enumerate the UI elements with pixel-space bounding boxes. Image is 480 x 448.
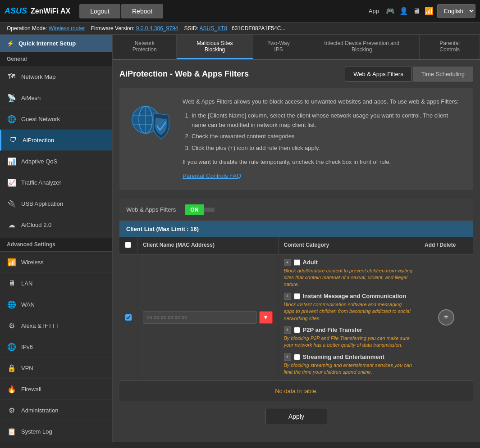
gamepad-icon[interactable]: 🎮 (386, 7, 395, 15)
th-content: Content Category (279, 237, 420, 254)
network-map-label: Network Map (21, 73, 56, 80)
header: ASUS ZenWiFi AX Logout Reboot App 🎮 👤 🖥 … (0, 0, 480, 23)
content-area: Network Protection Malicious Sites Block… (113, 35, 480, 442)
row-checkbox-cell (119, 254, 137, 380)
firmware-value[interactable]: 9.0.0.4.386_9794 (136, 25, 178, 32)
toggle-switch[interactable]: ON (185, 204, 215, 215)
tab-parental-controls[interactable]: Parental Controls (420, 35, 480, 59)
client-mac-input[interactable] (143, 311, 257, 324)
row-add-cell: + (419, 254, 473, 380)
sidebar-item-lan[interactable]: 🖥 LAN (0, 273, 112, 294)
toggle-on[interactable]: ON (185, 204, 204, 215)
page-title: AiProtection - Web & Apps Filters (119, 69, 249, 79)
toggle-off[interactable] (204, 208, 215, 212)
logo-product: ZenWiFi AX (31, 7, 70, 15)
tab-two-way-ips[interactable]: Two-Way IPS (253, 35, 304, 59)
row-checkbox[interactable] (125, 314, 132, 321)
im-checkbox[interactable] (294, 293, 300, 299)
apply-button[interactable]: Apply (265, 408, 327, 425)
sidebar-item-guest-network[interactable]: 🌐 Guest Network (0, 109, 112, 130)
select-all-checkbox[interactable] (125, 242, 131, 248)
operation-mode-value[interactable]: Wireless router (49, 25, 85, 32)
firmware-label: Firmware Version: (91, 25, 135, 32)
sidebar-item-ipv6[interactable]: 🌐 IPv6 (0, 336, 112, 357)
quick-setup-item[interactable]: ⚡ Quick Internet Setup (0, 35, 112, 52)
info-step-2: Check the unwanted content categories (192, 132, 464, 141)
info-step-3: Click the plus (+) icon to add rule then… (192, 144, 464, 153)
sidebar-item-vpn[interactable]: 🔒 VPN (0, 357, 112, 379)
shield-svg (128, 97, 174, 142)
language-select[interactable]: English (437, 4, 475, 18)
info-note: If you want to disable the rule temporar… (183, 158, 464, 167)
im-expand-button[interactable]: + (284, 293, 291, 300)
info-steps-list: In the [Clients Name] column, select the… (192, 111, 464, 153)
reboot-button[interactable]: Reboot (121, 4, 163, 18)
wan-icon: 🌐 (7, 299, 17, 309)
usb-label: USB Application (21, 200, 63, 207)
ipv6-icon: 🌐 (7, 342, 17, 352)
aimesh-icon: 📡 (7, 93, 17, 103)
tab-infected-device[interactable]: Infected Device Prevention and Blocking (304, 35, 420, 59)
category-im-header: + Instant Message and Communication (284, 293, 414, 300)
sidebar-item-usb-application[interactable]: 🔌 USB Application (0, 193, 112, 214)
streaming-expand-button[interactable]: + (284, 353, 291, 361)
client-list-header: Client List (Max Limit : 16) (119, 221, 473, 237)
network-map-icon: 🗺 (7, 72, 17, 81)
info-main-text: Web & Apps Filters allows you to block a… (183, 97, 464, 107)
aiprotection-icon: 🛡 (8, 135, 18, 145)
sidebar-item-aicloud[interactable]: ☁ AiCloud 2.0 (0, 214, 112, 235)
tab-malicious-sites[interactable]: Malicious Sites Blocking (177, 35, 253, 59)
sidebar-item-wireless[interactable]: 📶 Wireless (0, 252, 112, 273)
monitor-icon[interactable]: 🖥 (413, 7, 420, 15)
operation-mode-label: Operation Mode: (7, 25, 47, 32)
wireless-icon: 📶 (7, 257, 17, 267)
sidebar-item-administration[interactable]: ⚙ Administration (0, 400, 112, 421)
web-apps-filters-button[interactable]: Web & Apps Filters (345, 67, 411, 81)
general-section-title: General (0, 52, 112, 66)
sidebar-item-traffic-analyzer[interactable]: 📈 Traffic Analyzer (0, 172, 112, 193)
adult-expand-button[interactable]: + (284, 259, 291, 266)
user-icon[interactable]: 👤 (399, 7, 408, 15)
sidebar: ⚡ Quick Internet Setup General 🗺 Network… (0, 35, 113, 442)
ssid-value[interactable]: ASUS_XT8 (200, 25, 227, 32)
vpn-icon: 🔒 (7, 363, 17, 373)
sidebar-item-aimesh[interactable]: 📡 AiMesh (0, 87, 112, 109)
row-client-cell: ▼ (137, 254, 279, 380)
time-scheduling-button[interactable]: Time Scheduling (413, 67, 473, 81)
administration-icon: ⚙ (7, 405, 17, 415)
logout-button[interactable]: Logout (79, 4, 120, 18)
sidebar-item-wan[interactable]: 🌐 WAN (0, 294, 112, 315)
th-add-delete: Add / Delete (419, 237, 473, 254)
aiprotection-label: AiProtection (23, 137, 54, 144)
adaptive-qos-label: Adaptive QoS (21, 158, 57, 165)
firewall-label: Firewall (21, 386, 41, 393)
adult-checkbox[interactable] (294, 259, 300, 266)
administration-label: Administration (21, 407, 58, 414)
sidebar-item-network-map[interactable]: 🗺 Network Map (0, 66, 112, 87)
sidebar-item-system-log[interactable]: 📋 System Log (0, 421, 112, 442)
add-rule-button[interactable]: + (438, 309, 454, 326)
client-dropdown-wrap: ▼ (143, 311, 273, 324)
sidebar-item-firewall[interactable]: 🔥 Firewall (0, 379, 112, 400)
p2p-expand-button[interactable]: + (284, 326, 291, 334)
category-adult: + Adult Block adult/mature content to pr… (284, 259, 414, 288)
category-p2p: + P2P and File Transfer By blocking P2P … (284, 326, 414, 349)
sidebar-item-aiprotection[interactable]: 🛡 AiProtection (0, 130, 112, 151)
parental-controls-faq-link[interactable]: Parental Controls FAQ (183, 172, 241, 179)
client-dropdown-button[interactable]: ▼ (259, 311, 273, 324)
guest-network-label: Guest Network (21, 116, 60, 122)
sidebar-item-alexa[interactable]: ⚙ Alexa & IFTTT (0, 315, 112, 336)
adult-label: Adult (303, 259, 318, 266)
th-checkbox (119, 237, 137, 254)
streaming-checkbox[interactable] (294, 354, 300, 360)
category-p2p-header: + P2P and File Transfer (284, 326, 414, 334)
alexa-icon: ⚙ (7, 321, 17, 330)
info-bar-left: Operation Mode: Wireless router Firmware… (7, 25, 285, 32)
p2p-checkbox[interactable] (294, 327, 300, 333)
table-container: Client Name (MAC Address) Content Catego… (119, 237, 473, 381)
wifi-icon[interactable]: 📶 (425, 7, 434, 15)
lan-icon: 🖥 (7, 278, 17, 288)
tab-network-protection[interactable]: Network Protection (113, 35, 177, 59)
sidebar-item-adaptive-qos[interactable]: 📊 Adaptive QoS (0, 151, 112, 172)
category-streaming-header: + Streaming and Entertainment (284, 353, 414, 361)
